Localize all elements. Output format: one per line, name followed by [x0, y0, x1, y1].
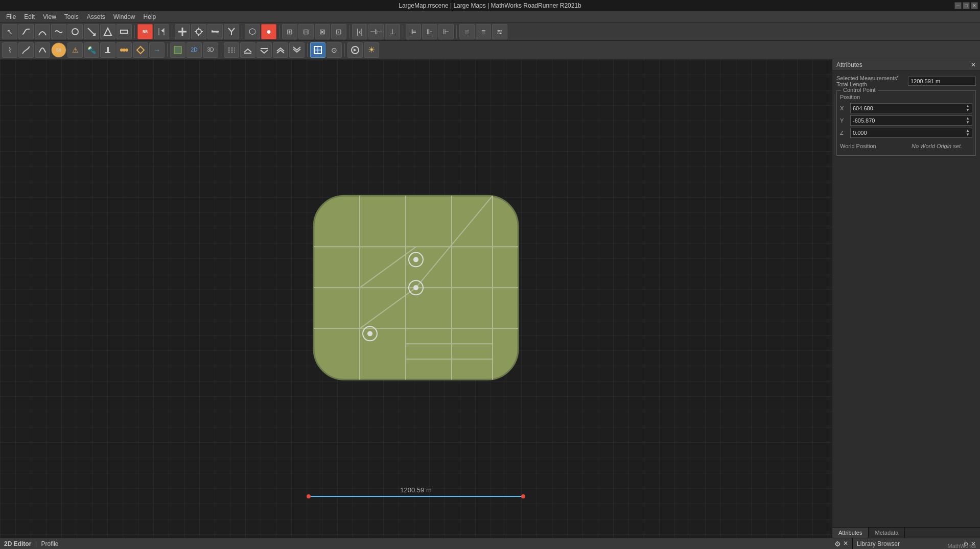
svg-point-33: [413, 257, 418, 262]
toolbar-btn-extra8[interactable]: ⊫: [406, 24, 421, 39]
surface-button[interactable]: [170, 42, 185, 58]
toolbar-btn-extra2[interactable]: ⊟: [298, 24, 314, 39]
y-label: Y: [840, 117, 850, 124]
menu-assets[interactable]: Assets: [83, 12, 109, 21]
road-curve-tool-button[interactable]: [51, 24, 66, 39]
editor-title: 2D Editor: [4, 540, 31, 547]
toolbar-btn-extra13[interactable]: ≋: [492, 24, 507, 39]
camera-button[interactable]: ⊙: [326, 42, 342, 58]
road-s-tool-button[interactable]: [18, 24, 34, 39]
layer-up-button[interactable]: [240, 42, 255, 58]
toolbar-btn-extra3[interactable]: ⊠: [315, 24, 330, 39]
tab-metadata[interactable]: Metadata: [869, 528, 905, 538]
signal-button[interactable]: ⬡: [245, 24, 260, 39]
measurement-label: 1200.59 m: [400, 486, 431, 494]
x-down-spinner[interactable]: ▼: [966, 108, 970, 112]
toolbar-separator-4: [279, 25, 279, 38]
layer-down-button[interactable]: [256, 42, 272, 58]
menu-help[interactable]: Help: [139, 12, 160, 21]
attributes-close-icon[interactable]: ✕: [971, 61, 976, 68]
map-container: [304, 185, 528, 391]
lane-change-button[interactable]: [154, 24, 169, 39]
minimize-button[interactable]: ─: [954, 2, 962, 9]
svg-point-35: [413, 285, 418, 290]
x-label: X: [840, 105, 850, 111]
road-poly-tool-button[interactable]: [100, 24, 115, 39]
road-connect-tool-button[interactable]: [116, 24, 132, 39]
toolbar-btn-extra6[interactable]: ⊣⊢: [368, 24, 384, 39]
light-post-button[interactable]: 🔦: [84, 42, 99, 58]
menu-window[interactable]: Window: [109, 12, 139, 21]
maximize-button[interactable]: □: [963, 2, 970, 9]
scene-3d-button[interactable]: 3D: [203, 42, 218, 58]
editor-settings-icon[interactable]: ⚙: [834, 540, 841, 548]
z-down-spinner[interactable]: ▼: [966, 133, 970, 137]
toolbar-btn-extra10[interactable]: ⊩: [438, 24, 454, 39]
toolbar-separator-7: [456, 25, 457, 38]
toolbar-btn-extra7[interactable]: ⊥: [385, 24, 400, 39]
measure-tool-button[interactable]: ⌇: [2, 42, 17, 58]
svg-point-37: [367, 331, 372, 336]
attributes-title: Attributes: [836, 61, 862, 68]
arrow-sign-button[interactable]: →: [149, 42, 165, 58]
svg-rect-7: [105, 52, 110, 53]
sun-button[interactable]: ☀: [364, 42, 379, 58]
close-button[interactable]: ✕: [971, 2, 978, 9]
sign-warn-button[interactable]: ⚠: [67, 42, 83, 58]
view-select-button[interactable]: [310, 42, 325, 58]
toolbar-btn-extra5[interactable]: |‹|: [352, 24, 367, 39]
road-draw-tool-button[interactable]: [84, 24, 99, 39]
traffic-light-button[interactable]: ●: [261, 24, 276, 39]
smooth-tool-button[interactable]: [35, 42, 50, 58]
menu-file[interactable]: File: [2, 12, 20, 21]
y-position-row: Y -605.870 ▲ ▼: [840, 115, 972, 126]
attributes-header: Attributes ✕: [832, 59, 980, 71]
toolbar-separator-10: [307, 43, 308, 57]
render-button[interactable]: [347, 42, 363, 58]
toolbar-btn-extra4[interactable]: ⊡: [331, 24, 346, 39]
barrier-row-button[interactable]: [116, 42, 132, 58]
viewport-canvas: 1200.59 m: [0, 59, 832, 538]
x-input[interactable]: 604.680 ▲ ▼: [850, 103, 972, 113]
layer-top-button[interactable]: [273, 42, 288, 58]
tab-attributes[interactable]: Attributes: [832, 528, 869, 538]
selected-measurements-value: 1200.591 m: [908, 77, 976, 86]
editor-close-icon[interactable]: ✕: [843, 540, 848, 548]
param-tool-button[interactable]: [18, 42, 34, 58]
layer-bot-button[interactable]: [289, 42, 305, 58]
menu-edit[interactable]: Edit: [20, 12, 39, 21]
menu-tools[interactable]: Tools: [60, 12, 83, 21]
y-value: -605.870: [853, 117, 875, 124]
main-layout: 1200.59 m Attributes ✕ Selected Measurem…: [0, 59, 980, 538]
attributes-panel: Attributes ✕ Selected Measurements' Tota…: [832, 59, 980, 538]
toolbar-btn-extra9[interactable]: ⊪: [422, 24, 437, 39]
sign-speed-55-button[interactable]: 55: [137, 24, 153, 39]
intersection-tool-button[interactable]: [175, 24, 190, 39]
toolbar-btn-extra11[interactable]: ≣: [459, 24, 475, 39]
roundabout-tool-button[interactable]: [191, 24, 206, 39]
cursor-tool-button[interactable]: ↖: [2, 24, 17, 39]
svg-point-0: [72, 29, 78, 35]
y-spinners: ▲ ▼: [966, 116, 970, 125]
selected-measurements-row: Selected Measurements' Total Length 1200…: [836, 75, 976, 87]
editor-profile-tab[interactable]: Profile: [41, 540, 58, 547]
toolbar-btn-extra12[interactable]: ≡: [476, 24, 491, 39]
road-split-button[interactable]: [224, 24, 239, 39]
road-arc-tool-button[interactable]: [35, 24, 50, 39]
z-input[interactable]: 0.000 ▲ ▼: [850, 128, 972, 138]
sign-row-button[interactable]: [133, 42, 148, 58]
road-barrier-button[interactable]: [207, 24, 223, 39]
menu-view[interactable]: View: [39, 12, 60, 21]
road-mark-button[interactable]: [224, 42, 239, 58]
sign-50-button[interactable]: 50: [51, 42, 66, 58]
y-input[interactable]: -605.870 ▲ ▼: [850, 115, 972, 126]
toolbar-btn-extra1[interactable]: ⊞: [282, 24, 297, 39]
viewport[interactable]: 1200.59 m: [0, 59, 832, 538]
bollard-button[interactable]: [100, 42, 115, 58]
editor-panel: 2D Editor | Profile ⚙ ✕: [0, 538, 852, 549]
control-point-title: Control Point: [841, 87, 878, 93]
right-panel-tabs: Attributes Metadata: [832, 527, 980, 538]
y-down-spinner[interactable]: ▼: [966, 121, 970, 125]
road-loop-tool-button[interactable]: [67, 24, 83, 39]
scene-2d-button[interactable]: 2D: [186, 42, 202, 58]
